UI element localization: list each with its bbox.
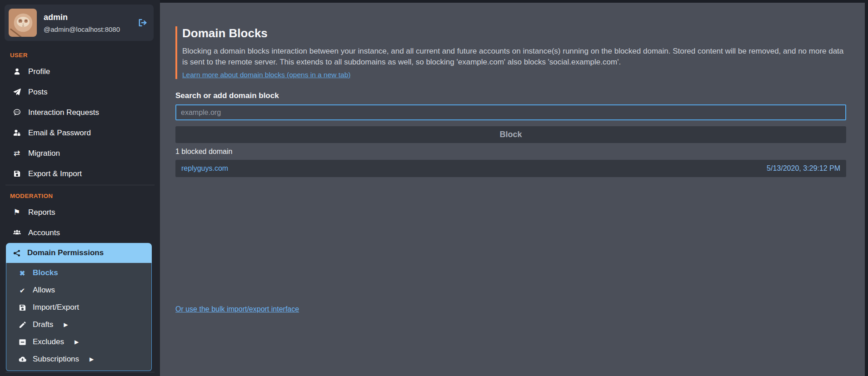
description: Blocking a domain blocks interaction bet… (182, 46, 846, 68)
submenu-item-blocks[interactable]: ✖ Blocks (6, 264, 151, 282)
avatar (9, 9, 37, 37)
domain-block-form: Search or add domain block Block 1 block… (175, 91, 846, 313)
block-button[interactable]: Block (175, 126, 846, 143)
cloud-download-icon (18, 355, 27, 364)
learn-more-link[interactable]: Learn more about domain blocks (opens in… (182, 71, 351, 79)
sign-out-icon (138, 18, 148, 28)
user-lock-icon (12, 129, 21, 138)
sidebar-item-accounts[interactable]: Accounts (0, 223, 160, 243)
sidebar-item-posts[interactable]: Posts (0, 82, 160, 102)
blocked-count: 1 blocked domain (175, 148, 846, 156)
share-nodes-icon (12, 248, 21, 257)
submenu-item-label: Subscriptions (33, 355, 79, 364)
sidebar-item-email-password[interactable]: Email & Password (0, 123, 160, 143)
flag-icon: ⚑ (12, 208, 21, 217)
submenu-item-drafts[interactable]: Drafts ▶ (6, 316, 151, 333)
comment-dots-icon (12, 108, 21, 117)
page-header: Domain Blocks Blocking a domain blocks i… (175, 26, 846, 79)
domain-permissions-submenu: ✖ Blocks ✔ Allows Import/Export Drafts ▶ (6, 263, 152, 371)
sidebar-item-label: Accounts (28, 228, 60, 237)
sidebar-item-label: Email & Password (28, 129, 91, 138)
sidebar-item-migration[interactable]: ⇄ Migration (0, 143, 160, 163)
search-label: Search or add domain block (175, 91, 846, 100)
sidebar-item-interaction-requests[interactable]: Interaction Requests (0, 102, 160, 123)
user-icon (12, 67, 21, 76)
submenu-item-excludes[interactable]: Excludes ▶ (6, 333, 151, 351)
bulk-import-export-link[interactable]: Or use the bulk import/export interface (175, 305, 299, 313)
expand-arrow-icon: ▶ (64, 322, 68, 328)
section-header-user: USER (10, 52, 160, 59)
section-header-moderation: MODERATION (10, 193, 160, 199)
page-title: Domain Blocks (182, 26, 846, 40)
submenu-item-subscriptions[interactable]: Subscriptions ▶ (6, 351, 151, 368)
sidebar-item-reports[interactable]: ⚑ Reports (0, 202, 160, 223)
pencil-icon (18, 320, 27, 329)
check-icon: ✔ (18, 286, 27, 295)
section-divider (5, 372, 155, 372)
floppy-disk-icon (18, 303, 27, 312)
user-handle: @admin@localhost:8080 (44, 25, 120, 33)
sidebar-item-label: Reports (28, 208, 55, 217)
submenu-item-import-export[interactable]: Import/Export (6, 299, 151, 316)
sidebar-item-label: Profile (28, 67, 50, 76)
expand-arrow-icon: ▶ (75, 339, 79, 345)
sidebar-item-label: Migration (28, 149, 60, 158)
floppy-disk-icon (12, 169, 21, 178)
sidebar-nav: USER Profile Posts Interaction Requests (0, 45, 160, 373)
paper-plane-icon (12, 88, 21, 97)
minus-square-icon (18, 337, 27, 346)
submenu-item-label: Import/Export (33, 303, 79, 312)
user-card: admin @admin@localhost:8080 (5, 5, 154, 41)
sidebar-item-profile[interactable]: Profile (0, 61, 160, 82)
sidebar-item-label: Domain Permissions (27, 248, 104, 257)
logout-button[interactable] (138, 18, 148, 28)
sidebar-item-domain-permissions[interactable]: Domain Permissions (6, 243, 152, 263)
blocked-domain-timestamp: 5/13/2020, 3:29:12 PM (767, 164, 840, 173)
submenu-item-label: Blocks (33, 268, 58, 277)
submenu-item-label: Allows (33, 286, 55, 295)
expand-arrow-icon: ▶ (90, 356, 94, 362)
username: admin (44, 13, 120, 22)
submenu-item-label: Drafts (33, 320, 53, 329)
main-panel: Domain Blocks Blocking a domain blocks i… (160, 3, 865, 376)
submenu-item-label: Excludes (33, 337, 64, 346)
sidebar: admin @admin@localhost:8080 USER Profile (0, 0, 160, 376)
user-names: admin @admin@localhost:8080 (44, 13, 120, 33)
sidebar-item-label: Export & Import (28, 169, 82, 178)
submenu-item-allows[interactable]: ✔ Allows (6, 282, 151, 299)
section-divider (5, 185, 155, 185)
blocked-domain-row[interactable]: replyguys.com 5/13/2020, 3:29:12 PM (175, 160, 846, 177)
blocked-domain-link[interactable]: replyguys.com (181, 164, 228, 173)
xmark-icon: ✖ (18, 268, 27, 277)
users-icon (12, 228, 21, 237)
sidebar-item-label: Posts (28, 88, 48, 97)
sidebar-item-export-import[interactable]: Export & Import (0, 163, 160, 184)
exchange-arrows-icon: ⇄ (12, 149, 21, 158)
sidebar-item-label: Interaction Requests (28, 108, 99, 117)
domain-search-input[interactable] (175, 104, 846, 120)
